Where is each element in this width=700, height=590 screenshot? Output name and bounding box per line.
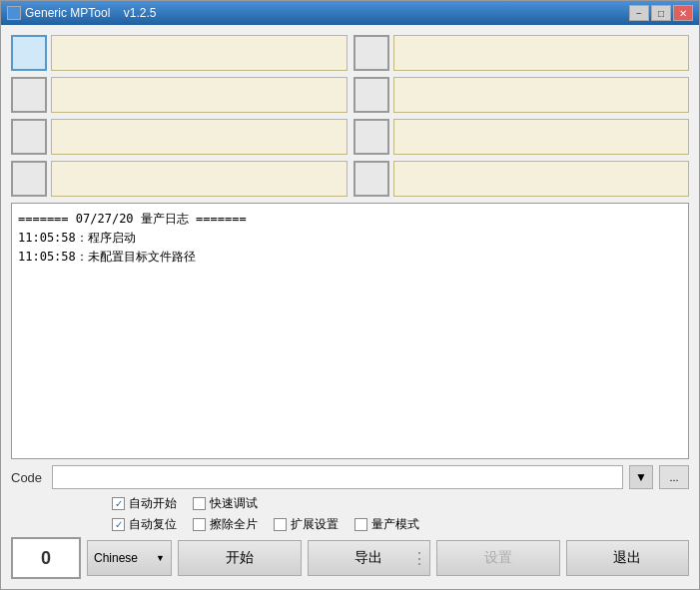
device-checkbox-7[interactable] <box>353 119 389 155</box>
auto-reset-checkbox[interactable]: 自动复位 <box>112 516 177 533</box>
expand-settings-label: 扩展设置 <box>291 516 339 533</box>
title-controls: − □ ✕ <box>629 5 693 21</box>
device-field-7 <box>393 119 690 155</box>
device-field-8 <box>393 161 690 197</box>
quick-debug-cb-box[interactable] <box>193 497 206 510</box>
device-row-1 <box>11 35 348 71</box>
language-dropdown[interactable]: Chinese ▼ <box>87 540 172 576</box>
device-checkbox-3[interactable] <box>11 119 47 155</box>
device-field-4 <box>51 161 348 197</box>
minimize-button[interactable]: − <box>629 5 649 21</box>
maximize-button[interactable]: □ <box>651 5 671 21</box>
device-field-6 <box>393 77 690 113</box>
auto-start-label: 自动开始 <box>129 495 177 512</box>
erase-all-cb-box[interactable] <box>193 518 206 531</box>
language-label: Chinese <box>94 551 138 565</box>
export-button[interactable]: 导出 ⋮ <box>308 540 431 576</box>
expand-settings-checkbox[interactable]: 扩展设置 <box>274 516 339 533</box>
start-button[interactable]: 开始 <box>178 540 302 576</box>
code-row: Code ▼ ... <box>11 465 689 489</box>
erase-all-label: 擦除全片 <box>210 516 258 533</box>
mass-production-cb-box[interactable] <box>354 518 367 531</box>
device-field-2 <box>51 77 348 113</box>
device-row-6 <box>353 77 690 113</box>
code-label: Code <box>11 470 46 485</box>
auto-start-checkbox[interactable]: 自动开始 <box>112 495 177 512</box>
device-checkbox-4[interactable] <box>11 161 47 197</box>
settings-button[interactable]: 设置 <box>436 540 560 576</box>
erase-all-checkbox[interactable]: 擦除全片 <box>193 516 258 533</box>
content-area: ======= 07/27/20 量产日志 ======= 11:05:58：程… <box>1 25 699 589</box>
device-row-4 <box>11 161 348 197</box>
auto-reset-cb-box[interactable] <box>112 518 125 531</box>
quick-debug-label: 快速调试 <box>210 495 258 512</box>
device-row-3 <box>11 119 348 155</box>
code-dropdown-button[interactable]: ▼ <box>629 465 653 489</box>
code-dropdown-arrow: ▼ <box>635 470 647 484</box>
quick-debug-checkbox[interactable]: 快速调试 <box>193 495 258 512</box>
device-checkbox-8[interactable] <box>353 161 389 197</box>
device-checkbox-2[interactable] <box>11 77 47 113</box>
auto-reset-label: 自动复位 <box>129 516 177 533</box>
log-text: ======= 07/27/20 量产日志 ======= 11:05:58：程… <box>18 210 682 268</box>
mass-production-checkbox[interactable]: 量产模式 <box>354 516 419 533</box>
log-area: ======= 07/27/20 量产日志 ======= 11:05:58：程… <box>11 203 689 459</box>
device-checkbox-6[interactable] <box>353 77 389 113</box>
app-icon <box>7 6 21 20</box>
counter-display: 0 <box>11 537 81 579</box>
device-field-5 <box>393 35 690 71</box>
language-dropdown-arrow: ▼ <box>156 553 165 563</box>
device-field-1 <box>51 35 348 71</box>
app-title: Generic MPTool v1.2.5 <box>25 6 156 20</box>
action-row: 0 Chinese ▼ 开始 导出 ⋮ 设置 退出 <box>11 537 689 579</box>
device-row-5 <box>353 35 690 71</box>
code-browse-button[interactable]: ... <box>659 465 689 489</box>
device-field-3 <box>51 119 348 155</box>
device-grid <box>11 35 689 197</box>
device-checkbox-5[interactable] <box>353 35 389 71</box>
bottom-area: 自动开始 快速调试 自动复位 擦除全片 <box>11 495 689 579</box>
title-bar: Generic MPTool v1.2.5 − □ ✕ <box>1 1 699 25</box>
close-button[interactable]: ✕ <box>673 5 693 21</box>
device-row-8 <box>353 161 690 197</box>
expand-settings-cb-box[interactable] <box>274 518 287 531</box>
device-row-7 <box>353 119 690 155</box>
auto-start-cb-box[interactable] <box>112 497 125 510</box>
mass-production-label: 量产模式 <box>371 516 419 533</box>
device-row-2 <box>11 77 348 113</box>
main-window: Generic MPTool v1.2.5 − □ ✕ <box>0 0 700 590</box>
title-bar-left: Generic MPTool v1.2.5 <box>7 6 156 20</box>
code-input[interactable] <box>52 465 623 489</box>
quit-button[interactable]: 退出 <box>566 540 690 576</box>
device-checkbox-1[interactable] <box>11 35 47 71</box>
